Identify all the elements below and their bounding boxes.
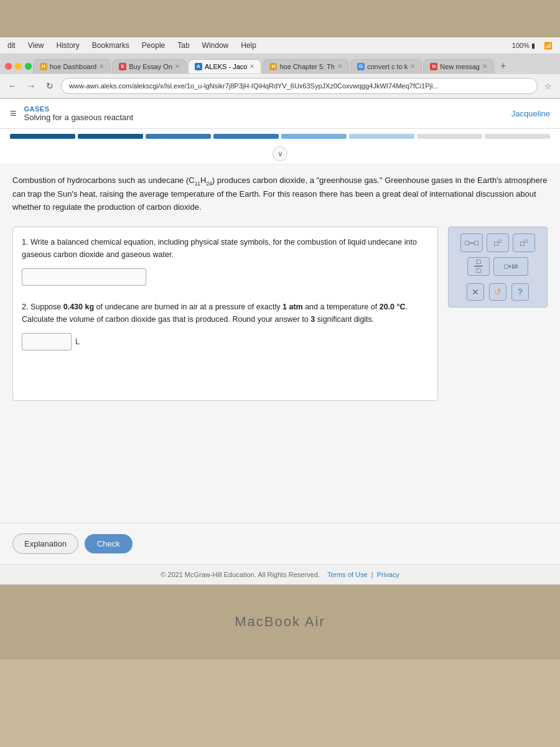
tab-close-convert[interactable]: ✕ (410, 63, 415, 70)
tab-label-dashboard: hoe Dashboard (50, 63, 96, 70)
tab-label-message: New messag (440, 63, 480, 70)
clear-button[interactable]: ✕ (467, 283, 484, 301)
check-button[interactable]: Check (85, 534, 133, 553)
tab-favicon-chapter5: H (269, 63, 277, 70)
reload-button[interactable]: ↻ (42, 78, 57, 93)
progress-area (0, 129, 560, 144)
aleks-header: ≡ GASES Solving for a gaseous reactant J… (0, 99, 560, 129)
progress-seg-8 (485, 134, 550, 139)
privacy-link[interactable]: Privacy (377, 571, 399, 578)
close-button[interactable] (5, 63, 12, 70)
tab-message[interactable]: N New messag ✕ (423, 59, 494, 73)
progress-seg-3 (146, 134, 211, 139)
menu-bar: dit View History Bookmarks People Tab Wi… (0, 37, 560, 54)
gases-section: GASES Solving for a gaseous reactant (24, 104, 134, 123)
sidebar-toggle[interactable]: ≡ (10, 107, 17, 120)
bookmark-button[interactable]: ☆ (541, 79, 555, 93)
wifi-info: 100% ▮ 📶 (510, 40, 555, 51)
solving-label: Solving for a gaseous reactant (24, 113, 134, 122)
tab-essay[interactable]: E Buy Essay On ✕ (112, 59, 187, 73)
tab-close-dashboard[interactable]: ✕ (99, 63, 104, 70)
question-1-block: 1. Write a balanced chemical equation, i… (22, 236, 429, 286)
tab-favicon-convert: G (357, 63, 365, 70)
tab-close-essay[interactable]: ✕ (175, 63, 180, 70)
progress-seg-4 (213, 134, 279, 139)
menu-item-help[interactable]: Help (238, 40, 259, 51)
tab-favicon-message: N (430, 63, 437, 70)
progress-seg-7 (417, 134, 482, 139)
questions-left: 1. Write a balanced chemical equation, i… (12, 227, 438, 401)
question-2-block: 2. Suppose 0.430 kg of undecane are burn… (22, 301, 429, 350)
tab-close-chapter5[interactable]: ✕ (337, 63, 342, 70)
bottom-bar: Explanation Check (0, 523, 560, 564)
undo-button[interactable]: ↺ (489, 283, 506, 301)
question-2-text: 2. Suppose 0.430 kg of undecane are burn… (22, 301, 429, 326)
user-name: Jacqueline (511, 109, 550, 118)
page-footer: © 2021 McGraw-Hill Education. All Rights… (0, 564, 560, 585)
address-bar[interactable] (61, 78, 538, 94)
math-btn-box-super[interactable]: □□ (487, 233, 509, 252)
q2-answer-box: L (22, 333, 429, 350)
question-1-text: 1. Write a balanced chemical equation, i… (22, 236, 429, 261)
q1-answer-box (22, 268, 429, 286)
math-panel: □─□ □□ □□ □ □ (448, 227, 548, 308)
progress-seg-5 (281, 134, 347, 139)
minimize-button[interactable] (15, 63, 22, 70)
tab-dashboard[interactable]: H hoe Dashboard ✕ (33, 59, 111, 73)
terms-of-use-link[interactable]: Terms of Use (327, 571, 368, 578)
tab-aleks[interactable]: A ALEKS - Jaco ✕ (188, 59, 261, 73)
zoom-level: 100% ▮ (510, 40, 538, 51)
math-btn-x10[interactable]: □×10 (493, 257, 528, 276)
browser-actions: ☆ (541, 79, 555, 93)
tab-favicon-essay: E (119, 63, 126, 70)
gases-label: GASES (24, 105, 134, 113)
q2-unit-label: L (75, 337, 80, 346)
tab-label-convert: convert c to k (367, 63, 408, 70)
intro-paragraph: Combustion of hydrocarbons such as undec… (12, 174, 548, 214)
desktop-top (0, 0, 560, 37)
q1-input[interactable] (22, 268, 146, 286)
tab-chapter5[interactable]: H hoe Chapter 5: Th ✕ (263, 59, 348, 73)
q2-input[interactable] (22, 333, 72, 350)
math-btn-box-zero[interactable]: □□ (513, 233, 535, 252)
menu-item-bookmarks[interactable]: Bookmarks (90, 40, 132, 51)
math-btn-minus[interactable]: □─□ (460, 233, 483, 252)
explanation-button[interactable]: Explanation (12, 533, 78, 554)
browser-chrome: dit View History Bookmarks People Tab Wi… (0, 37, 560, 99)
address-bar-row: ← → ↻ ☆ (0, 74, 560, 98)
maximize-button[interactable] (25, 63, 32, 70)
traffic-lights (5, 63, 32, 70)
tab-close-aleks[interactable]: ✕ (250, 63, 254, 70)
menu-item-people[interactable]: People (139, 40, 167, 51)
content-area: Combustion of hydrocarbons such as undec… (0, 164, 560, 523)
action-row: ✕ ↺ ? (455, 283, 541, 301)
wifi-icon: 📶 (541, 40, 555, 51)
new-tab-button[interactable]: + (495, 58, 511, 74)
collapse-arrow[interactable]: ∨ (273, 146, 287, 161)
footer-copyright: © 2021 McGraw-Hill Education. All Rights… (161, 571, 320, 578)
math-row-2: □ □ □×10 (455, 257, 541, 276)
tab-close-message[interactable]: ✕ (482, 63, 487, 70)
progress-seg-2 (78, 134, 143, 139)
questions-panel: 1. Write a balanced chemical equation, i… (12, 227, 548, 401)
menu-item-window[interactable]: Window (200, 40, 231, 51)
math-row-1: □─□ □□ □□ (455, 233, 541, 252)
collapse-row: ∨ (0, 144, 560, 164)
progress-seg-6 (349, 134, 414, 139)
tab-favicon-aleks: A (195, 63, 202, 70)
tab-convert[interactable]: G convert c to k ✕ (350, 59, 422, 73)
page-content: ≡ GASES Solving for a gaseous reactant J… (0, 99, 560, 585)
math-btn-fraction[interactable]: □ □ (467, 257, 490, 276)
forward-button[interactable]: → (24, 78, 39, 93)
menu-item-dit[interactable]: dit (5, 40, 18, 51)
menu-item-history[interactable]: History (54, 40, 82, 51)
tab-label-aleks: ALEKS - Jaco (205, 63, 247, 70)
menu-item-view[interactable]: View (26, 40, 47, 51)
tab-favicon-dashboard: H (40, 63, 47, 70)
back-button[interactable]: ← (5, 78, 20, 93)
macbook-label: MacBook Air (235, 614, 325, 630)
menu-item-tab[interactable]: Tab (175, 40, 192, 51)
help-button[interactable]: ? (511, 283, 529, 301)
tab-label-essay: Buy Essay On (129, 63, 172, 70)
progress-seg-1 (10, 134, 75, 139)
